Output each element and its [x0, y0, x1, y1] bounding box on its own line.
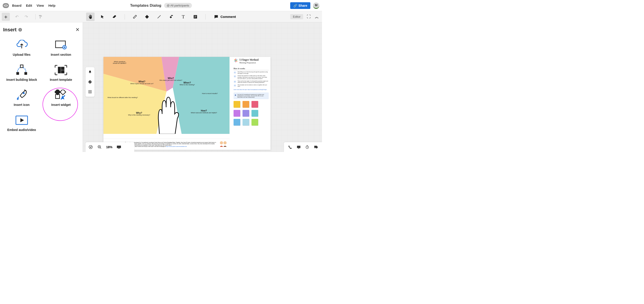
how-step: 4This template can be worked on alone or… [234, 84, 269, 87]
insert-building-block-item[interactable]: Insert building block [3, 63, 40, 83]
compass-button[interactable] [88, 144, 93, 150]
learn-more-link[interactable]: Learn more about the topic: https://conc… [234, 89, 268, 90]
insert-widget-item[interactable]: Insert widget [42, 88, 80, 108]
document-title[interactable]: Templates Dialog [130, 3, 162, 8]
chat-button[interactable] [314, 144, 318, 150]
redo-button[interactable]: ↷ [24, 14, 29, 19]
insert-section-item[interactable]: Insert section [42, 38, 80, 58]
line-tool[interactable] [155, 12, 163, 21]
menu-help[interactable]: Help [48, 4, 55, 8]
sticky-swatch[interactable] [252, 110, 258, 117]
sticky-swatch[interactable] [234, 110, 240, 117]
svg-rect-0 [145, 15, 149, 18]
notifications-button[interactable] [86, 67, 94, 77]
insert-icon-item[interactable]: Insert icon [3, 88, 40, 108]
svg-rect-18 [60, 90, 66, 95]
sticky-swatch[interactable] [242, 101, 249, 108]
svg-rect-2 [171, 15, 173, 16]
item-label: Insert icon [14, 103, 30, 106]
svg-line-1 [158, 15, 160, 18]
how-step: 1Start filling out on the left and go th… [234, 71, 269, 74]
canvas[interactable]: Which questionsshould be clarified? Who?… [83, 22, 322, 152]
svg-point-27 [220, 141, 223, 144]
present-button[interactable] [296, 144, 301, 150]
comment-label: Comment [220, 15, 236, 18]
fullscreen-button[interactable]: ⛶ [306, 14, 311, 19]
sticky-swatch[interactable] [242, 110, 249, 117]
template-icon [54, 64, 68, 76]
share-button[interactable]: 🔗 Share [290, 2, 310, 9]
menubar: Board Edit View Help Templates Dialog @ … [0, 0, 322, 11]
footer-link[interactable]: https://www.hybrid-zusammenarbeiten.de/ [166, 146, 187, 147]
sticky-swatch[interactable] [234, 119, 240, 126]
app-logo[interactable] [3, 3, 9, 8]
menu-edit[interactable]: Edit [26, 4, 32, 8]
sticky-swatch[interactable] [242, 119, 249, 126]
rocket-icon [15, 90, 28, 101]
insert-button[interactable]: ＋ [2, 13, 10, 21]
embed-audio-video-item[interactable]: Embed audio/video [3, 113, 40, 134]
zoom-value[interactable]: 18% [106, 145, 112, 149]
q-what: What?Which topics should we work on? [130, 80, 154, 84]
cloud-upload-icon [15, 40, 28, 50]
template-preview[interactable]: Which questionsshould be clarified? Who?… [104, 57, 270, 150]
zoom-bar: 18% [86, 142, 134, 152]
participants-badge[interactable]: @ All participants [164, 3, 192, 8]
sticky-swatch[interactable] [252, 119, 258, 126]
svg-rect-10 [16, 72, 19, 75]
footer-text: The template was developed by Conceptboa… [125, 142, 216, 146]
divider [205, 14, 206, 20]
menu-view[interactable]: View [36, 4, 44, 8]
insert-template-item[interactable]: Insert template [42, 63, 80, 83]
zoom-in-button[interactable] [97, 144, 102, 150]
outline-button[interactable] [86, 87, 94, 97]
insert-panel: Insert i ✕ Upload files Insert section I… [0, 22, 83, 152]
screen-fit-button[interactable] [116, 144, 121, 150]
tasks-button[interactable] [86, 77, 94, 87]
pointer-tool[interactable] [98, 12, 106, 21]
user-avatar[interactable]: M [313, 2, 319, 9]
shape-tool[interactable] [143, 12, 151, 21]
hand-tool[interactable] [86, 12, 94, 21]
q-record: How to record results? [202, 93, 218, 94]
item-label: Insert template [50, 78, 72, 82]
svg-rect-17 [55, 90, 60, 95]
sticky-swatch[interactable] [234, 101, 240, 108]
sticky-palette [234, 101, 269, 126]
timer-button[interactable] [305, 144, 310, 150]
sticky-note-tool[interactable] [191, 12, 200, 21]
marker-tool[interactable] [167, 12, 175, 21]
svg-rect-11 [24, 72, 27, 75]
call-button[interactable] [288, 144, 292, 150]
svg-rect-9 [20, 65, 23, 68]
share-label: Share [298, 4, 307, 8]
video-icon [15, 114, 28, 126]
asterisk-icon [234, 58, 238, 63]
q-who: Who?Who takes part and from where? [160, 77, 182, 81]
pen-tool[interactable] [130, 12, 139, 21]
svg-point-15 [23, 92, 25, 94]
info-icon[interactable]: i [18, 28, 22, 32]
text-tool[interactable]: T [179, 12, 188, 21]
menu-board[interactable]: Board [12, 4, 22, 8]
close-panel-button[interactable]: ✕ [76, 27, 80, 33]
building-block-icon [15, 64, 28, 76]
widget-icon [54, 90, 68, 101]
collapse-button[interactable]: ︽ [314, 14, 319, 19]
sticky-swatch[interactable] [252, 101, 258, 108]
side-toolbar [86, 67, 94, 97]
eraser-tool[interactable] [110, 12, 119, 21]
undo-button[interactable]: ↶ [14, 14, 19, 19]
format-painter-button[interactable] [38, 14, 43, 19]
role-badge[interactable]: Editor [290, 14, 303, 19]
link-icon: 🔗 [293, 4, 297, 8]
how-it-works-title: How it works [234, 68, 269, 70]
divider [124, 14, 125, 20]
comment-tool[interactable]: Comment [214, 14, 236, 19]
q-when: When?When is the meeting? [180, 82, 195, 86]
item-label: Upload files [13, 53, 30, 56]
template-sidebar: 5 Finger Method Meeting Preparation How … [232, 57, 270, 150]
upload-files-item[interactable]: Upload files [3, 38, 40, 58]
tip-text: Get the full Conceptboard experience by … [237, 94, 267, 98]
template-title: 5 Finger Method [239, 58, 259, 62]
